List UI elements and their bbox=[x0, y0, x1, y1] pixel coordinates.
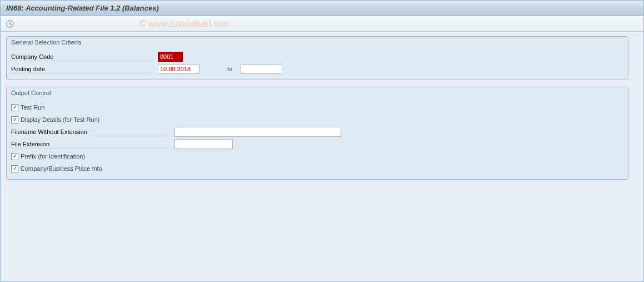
company-code-row: Company Code bbox=[11, 51, 623, 63]
posting-date-from-input[interactable] bbox=[158, 64, 199, 74]
file-ext-row: File Extension bbox=[11, 138, 623, 150]
company-code-input[interactable] bbox=[158, 52, 183, 62]
test-run-container: ✓ Test Run bbox=[11, 104, 44, 111]
display-details-label: Display Details (for Test Run) bbox=[21, 116, 99, 123]
filename-cell: Filename Without Extension bbox=[11, 127, 167, 136]
file-ext-input[interactable] bbox=[174, 139, 233, 149]
display-details-row: ✓ Display Details (for Test Run) bbox=[11, 113, 623, 126]
display-details-checkbox[interactable]: ✓ bbox=[11, 116, 18, 123]
posting-date-to-input[interactable] bbox=[241, 64, 282, 74]
company-code-label: Company Code bbox=[11, 53, 53, 60]
posting-date-row: Posting date to bbox=[11, 63, 623, 75]
group-content-output: ✓ Test Run ✓ Display Details (for Test R… bbox=[7, 99, 628, 179]
company-info-checkbox[interactable]: ✓ bbox=[11, 165, 18, 172]
general-selection-group: General Selection Criteria Company Code … bbox=[6, 36, 628, 80]
group-title-output: Output Control bbox=[7, 87, 628, 99]
prefix-row: ✓ Prefix (for Identification) bbox=[11, 150, 623, 162]
filename-row: Filename Without Extension bbox=[11, 126, 623, 138]
output-control-group: Output Control ✓ Test Run ✓ Display Deta… bbox=[6, 87, 628, 180]
title-bar: IN68: Accounting-Related File 1.2 (Balan… bbox=[1, 1, 643, 16]
to-label: to bbox=[227, 66, 232, 72]
toolbar: © www.tutorialkart.com bbox=[1, 16, 643, 32]
company-info-container: ✓ Company/Business Place Info bbox=[11, 165, 102, 172]
prefix-label: Prefix (for Identification) bbox=[21, 153, 85, 160]
prefix-container: ✓ Prefix (for Identification) bbox=[11, 153, 85, 160]
svg-line-2 bbox=[10, 24, 12, 25]
company-info-label: Company/Business Place Info bbox=[21, 165, 102, 172]
window-title: IN68: Accounting-Related File 1.2 (Balan… bbox=[6, 4, 159, 12]
display-details-container: ✓ Display Details (for Test Run) bbox=[11, 116, 99, 123]
prefix-checkbox[interactable]: ✓ bbox=[11, 153, 18, 160]
posting-date-cell: Posting date bbox=[11, 65, 150, 73]
group-content-selection: Company Code Posting date to bbox=[7, 48, 628, 80]
execute-icon[interactable] bbox=[5, 19, 15, 29]
content-area: General Selection Criteria Company Code … bbox=[1, 32, 643, 191]
posting-date-label: Posting date bbox=[11, 66, 45, 72]
file-ext-label: File Extension bbox=[11, 141, 49, 147]
company-code-cell: Company Code bbox=[11, 52, 150, 61]
watermark: © www.tutorialkart.com bbox=[139, 19, 231, 29]
test-run-row: ✓ Test Run bbox=[11, 101, 623, 113]
main-window: IN68: Accounting-Related File 1.2 (Balan… bbox=[0, 0, 644, 282]
test-run-checkbox[interactable]: ✓ bbox=[11, 104, 18, 111]
company-info-row: ✓ Company/Business Place Info bbox=[11, 162, 623, 175]
test-run-label: Test Run bbox=[21, 104, 44, 111]
file-ext-cell: File Extension bbox=[11, 140, 167, 149]
group-title-selection: General Selection Criteria bbox=[7, 37, 628, 48]
filename-label: Filename Without Extension bbox=[11, 128, 87, 135]
filename-input[interactable] bbox=[174, 127, 341, 137]
